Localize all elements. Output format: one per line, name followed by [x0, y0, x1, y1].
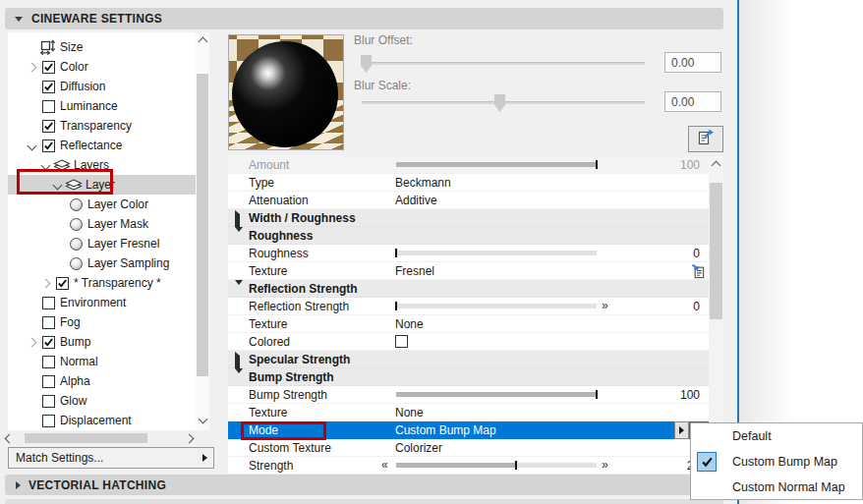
checkbox-unchecked-icon[interactable]: [42, 297, 55, 309]
slider-track[interactable]: [396, 392, 597, 397]
menu-item-custom-bump-map[interactable]: Custom Bump Map: [691, 449, 862, 475]
menu-item-custom-normal-map[interactable]: Custom Normal Map: [691, 475, 862, 500]
checkbox-checked-icon[interactable]: [42, 120, 55, 133]
tree-item-alpha[interactable]: Alpha: [8, 371, 196, 391]
checkbox-unchecked-icon[interactable]: [42, 395, 55, 408]
tree-item-reflectance[interactable]: Reflectance: [8, 136, 196, 155]
expand-icon[interactable]: [235, 214, 240, 228]
slider-thumb[interactable]: [596, 160, 598, 169]
blur-offset-field[interactable]: 0.00: [664, 52, 721, 73]
blur-scale-thumb[interactable]: [494, 94, 505, 112]
tree-item-bump[interactable]: Bump: [8, 332, 196, 352]
expand-icon[interactable]: [235, 356, 240, 369]
property-row-mode[interactable]: ModeCustom Bump Map: [228, 421, 709, 439]
slider-increase-icon[interactable]: »: [602, 458, 608, 472]
scroll-up-icon[interactable]: [196, 38, 209, 45]
scroll-up-icon[interactable]: [709, 162, 723, 169]
property-row-roughness[interactable]: Roughness0: [228, 245, 709, 262]
cineware-settings-header[interactable]: CINEWARE SETTINGS: [5, 8, 723, 29]
property-row-texture[interactable]: TextureFresnel: [228, 262, 709, 280]
tree-item-size[interactable]: Size: [8, 37, 196, 57]
slider-thumb[interactable]: [515, 461, 517, 470]
collapse-icon[interactable]: [235, 232, 243, 246]
checkbox-checked-icon[interactable]: [42, 81, 55, 93]
checkbox-checked-icon[interactable]: [42, 61, 55, 74]
checkbox-checked-icon[interactable]: [56, 277, 69, 290]
properties-scrollbar-thumb[interactable]: [710, 183, 722, 319]
checkbox-unchecked-icon[interactable]: [42, 316, 55, 329]
slider-increase-icon[interactable]: »: [602, 299, 608, 312]
scroll-down-icon[interactable]: [196, 416, 209, 422]
tree-item-normal[interactable]: Normal: [8, 352, 196, 371]
tree-item-environment[interactable]: Environment: [8, 293, 196, 312]
tree-item-transparency[interactable]: * Transparency *: [8, 273, 196, 293]
blur-scale-field[interactable]: 0.00: [664, 91, 721, 112]
property-row-bump-strength[interactable]: Bump Strength: [228, 368, 709, 386]
checkbox-unchecked-icon[interactable]: [42, 375, 55, 388]
tree-item-color[interactable]: Color: [8, 57, 196, 77]
slider-track[interactable]: [396, 304, 597, 308]
expand-icon[interactable]: [24, 64, 39, 71]
property-row-strength[interactable]: Strength«»20: [228, 457, 709, 475]
collapse-icon[interactable]: [235, 285, 243, 299]
property-row-attenuation[interactable]: AttenuationAdditive: [228, 192, 709, 209]
menu-item-default[interactable]: Default: [691, 423, 862, 449]
tree-item-luminance[interactable]: Luminance: [8, 96, 196, 116]
tree-vertical-scrollbar[interactable]: [196, 32, 209, 430]
slider-track[interactable]: [396, 251, 597, 255]
collapse-icon[interactable]: [24, 142, 39, 149]
tree-item-layers[interactable]: Layers: [8, 155, 196, 175]
checkbox-unchecked-icon[interactable]: [42, 100, 55, 113]
property-row-texture[interactable]: TextureNone: [228, 315, 709, 333]
checkbox-unchecked-icon[interactable]: [42, 415, 55, 427]
tree-item-fog[interactable]: Fog: [8, 312, 196, 332]
property-row-width-roughness[interactable]: Width / Roughness: [228, 209, 709, 227]
slider-track[interactable]: [396, 162, 597, 167]
tree-item-glow[interactable]: Glow: [8, 391, 196, 411]
slider-track[interactable]: [396, 463, 597, 468]
tree-item-transparency[interactable]: Transparency: [8, 116, 196, 136]
checkbox-unchecked-icon[interactable]: [42, 356, 55, 368]
transfer-settings-button[interactable]: [688, 126, 723, 152]
blur-offset-thumb[interactable]: [361, 55, 372, 73]
property-row-type[interactable]: TypeBeckmann: [228, 174, 709, 192]
collapse-icon[interactable]: [235, 373, 243, 387]
property-row-roughness[interactable]: Roughness: [228, 227, 709, 245]
mode-dropdown-button[interactable]: [674, 421, 689, 439]
property-row-amount[interactable]: Amount100: [228, 156, 709, 174]
tree-horizontal-scrollbar[interactable]: [3, 432, 196, 444]
vectorial-hatching-header[interactable]: VECTORIAL HATCHING: [5, 475, 723, 495]
collapse-icon[interactable]: [37, 162, 53, 169]
tree-item-layer[interactable]: Layer: [8, 175, 196, 195]
slider-thumb[interactable]: [395, 302, 397, 310]
slider-decrease-icon[interactable]: «: [381, 458, 388, 472]
tree-hscrollbar-thumb[interactable]: [25, 433, 147, 443]
checkbox-checked-icon[interactable]: [42, 336, 55, 349]
property-row-colored[interactable]: Colored: [228, 333, 709, 351]
slider-thumb[interactable]: [395, 249, 397, 257]
property-row-specular-strength[interactable]: Specular Strength: [228, 351, 709, 368]
property-row-bump-strength[interactable]: Bump Strength100: [228, 386, 709, 404]
tree-item-diffusion[interactable]: Diffusion: [8, 77, 196, 96]
expand-icon[interactable]: [37, 280, 53, 287]
scroll-right-icon[interactable]: [185, 434, 195, 444]
property-row-reflection-strength[interactable]: Reflection Strength: [228, 280, 709, 298]
match-settings-button[interactable]: Match Settings...: [8, 447, 214, 469]
blur-offset-slider[interactable]: [362, 62, 645, 65]
tree-item-layer-fresnel[interactable]: Layer Fresnel: [8, 234, 196, 253]
property-row-texture[interactable]: TextureNone: [228, 404, 709, 421]
tree-item-displacement[interactable]: Displacement: [8, 411, 196, 430]
tree-item-layer-color[interactable]: Layer Color: [8, 195, 196, 214]
slider-thumb[interactable]: [596, 390, 598, 399]
checkbox-checked-icon[interactable]: [42, 140, 55, 152]
texture-link-icon[interactable]: [689, 262, 706, 282]
checkbox-unchecked-icon[interactable]: [395, 335, 408, 348]
expand-icon[interactable]: [24, 339, 39, 346]
tree-item-layer-mask[interactable]: Layer Mask: [8, 214, 196, 234]
tree-scrollbar-thumb[interactable]: [197, 74, 208, 376]
scroll-left-icon[interactable]: [5, 434, 15, 444]
property-row-reflection-strength[interactable]: Reflection Strength»0: [228, 298, 709, 315]
property-row-custom-texture[interactable]: Custom TextureColorizer: [228, 439, 709, 457]
tree-item-layer-sampling[interactable]: Layer Sampling: [8, 253, 196, 273]
collapse-icon[interactable]: [49, 182, 65, 189]
